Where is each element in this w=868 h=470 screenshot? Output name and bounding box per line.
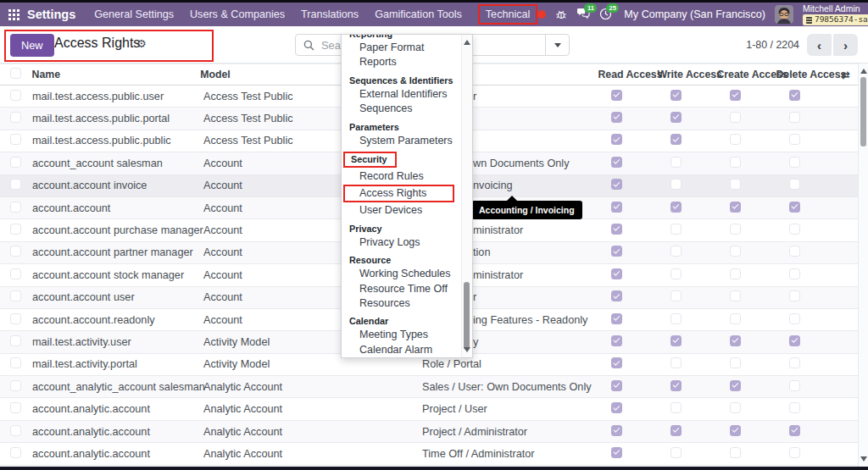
delete-access-checkbox[interactable] bbox=[789, 246, 800, 257]
create-access-checkbox[interactable] bbox=[730, 402, 741, 413]
create-access-checkbox[interactable] bbox=[730, 447, 741, 458]
row-select-checkbox[interactable] bbox=[10, 157, 21, 168]
name-column-header[interactable]: Name bbox=[32, 69, 201, 80]
read-access-checkbox[interactable] bbox=[611, 134, 622, 145]
read-access-checkbox[interactable] bbox=[611, 157, 622, 168]
row-select-checkbox[interactable] bbox=[10, 447, 21, 458]
menu-item-record-rules[interactable]: Record Rules bbox=[342, 169, 462, 184]
create-access-checkbox[interactable] bbox=[730, 357, 741, 368]
create-access-checkbox[interactable] bbox=[730, 179, 741, 190]
row-select-checkbox[interactable] bbox=[10, 335, 21, 346]
table-row[interactable]: account.analytic.accountAnalytic Account… bbox=[0, 421, 858, 443]
table-row[interactable]: account.analytic.accountAnalytic Account… bbox=[0, 443, 858, 465]
page-scrollbar-thumb[interactable] bbox=[860, 77, 866, 147]
table-row[interactable]: account_analytic_account salesmanAnalyti… bbox=[0, 376, 858, 398]
row-select-checkbox[interactable] bbox=[10, 380, 21, 391]
delete-access-checkbox[interactable] bbox=[789, 202, 800, 213]
row-select-checkbox[interactable] bbox=[10, 112, 21, 123]
row-select-checkbox[interactable] bbox=[10, 246, 21, 257]
write-access-checkbox[interactable] bbox=[670, 425, 682, 436]
page-scrollbar[interactable] bbox=[858, 64, 868, 467]
row-select-checkbox[interactable] bbox=[10, 268, 21, 279]
row-select-checkbox[interactable] bbox=[10, 224, 21, 235]
row-select-checkbox[interactable] bbox=[10, 179, 21, 190]
create-access-checkbox[interactable] bbox=[730, 134, 741, 145]
activities-icon[interactable]: 25 bbox=[599, 8, 612, 20]
write-access-checkbox[interactable] bbox=[670, 112, 682, 123]
row-select-checkbox[interactable] bbox=[10, 313, 21, 324]
search-options-toggle[interactable] bbox=[545, 35, 569, 55]
write-access-checkbox[interactable] bbox=[670, 202, 682, 213]
read-access-checkbox[interactable] bbox=[611, 202, 622, 213]
menu-item-access-rights[interactable]: Access Rights bbox=[343, 185, 454, 202]
read-access-checkbox[interactable] bbox=[611, 224, 622, 235]
apps-icon[interactable] bbox=[8, 9, 19, 20]
dropdown-scrollbar[interactable] bbox=[461, 35, 472, 357]
row-select-checkbox[interactable] bbox=[10, 357, 21, 368]
read-access-checkbox[interactable] bbox=[611, 357, 622, 368]
page-scroll-up-icon[interactable] bbox=[860, 69, 867, 74]
read-access-checkbox[interactable] bbox=[611, 268, 622, 279]
delete-access-checkbox[interactable] bbox=[789, 380, 800, 391]
read-access-checkbox[interactable] bbox=[611, 447, 622, 458]
write-access-checkbox[interactable] bbox=[670, 357, 682, 368]
delete-access-checkbox[interactable] bbox=[789, 90, 800, 101]
read-access-checkbox[interactable] bbox=[611, 90, 622, 101]
delete-access-checkbox[interactable] bbox=[789, 134, 800, 145]
write-access-checkbox[interactable] bbox=[670, 380, 682, 391]
menu-item-system-parameters[interactable]: System Parameters bbox=[342, 134, 462, 148]
row-select-checkbox[interactable] bbox=[10, 134, 21, 145]
write-access-checkbox[interactable] bbox=[670, 268, 682, 279]
app-name[interactable]: Settings bbox=[27, 8, 75, 21]
write-access-column-header[interactable]: Write Access bbox=[651, 69, 710, 80]
menu-item-reports[interactable]: Reports bbox=[342, 55, 462, 69]
delete-access-checkbox[interactable] bbox=[789, 335, 800, 346]
nav-item-translations[interactable]: Translations bbox=[301, 8, 359, 20]
menu-item-resource-time-off[interactable]: Resource Time Off bbox=[342, 282, 462, 296]
avatar[interactable] bbox=[775, 5, 793, 24]
row-select-checkbox[interactable] bbox=[10, 402, 21, 413]
delete-access-checkbox[interactable] bbox=[789, 357, 800, 368]
user-menu[interactable]: Mitchell Admin 79856374-saas-18-3-a11 bbox=[803, 3, 868, 25]
sort-adjust-icon[interactable]: ⇄ bbox=[829, 69, 858, 81]
nav-item-users-companies[interactable]: Users & Companies bbox=[190, 8, 285, 20]
scroll-up-icon[interactable] bbox=[464, 40, 470, 45]
write-access-checkbox[interactable] bbox=[670, 90, 682, 101]
bug-icon[interactable] bbox=[555, 8, 567, 20]
create-access-checkbox[interactable] bbox=[730, 202, 741, 213]
scroll-down-icon[interactable] bbox=[464, 347, 470, 352]
read-access-checkbox[interactable] bbox=[611, 402, 622, 413]
write-access-checkbox[interactable] bbox=[670, 224, 682, 235]
create-access-checkbox[interactable] bbox=[730, 246, 741, 257]
select-all-checkbox[interactable] bbox=[10, 68, 21, 79]
create-access-checkbox[interactable] bbox=[730, 335, 741, 346]
delete-access-checkbox[interactable] bbox=[789, 179, 800, 190]
write-access-checkbox[interactable] bbox=[670, 313, 682, 324]
write-access-checkbox[interactable] bbox=[670, 157, 682, 168]
pager-previous-button[interactable]: ‹ bbox=[807, 34, 832, 56]
delete-access-checkbox[interactable] bbox=[789, 112, 800, 123]
row-select-checkbox[interactable] bbox=[10, 90, 21, 101]
create-access-checkbox[interactable] bbox=[730, 224, 741, 235]
read-access-checkbox[interactable] bbox=[611, 335, 622, 346]
create-access-checkbox[interactable] bbox=[730, 268, 741, 279]
read-access-column-header[interactable]: Read Access bbox=[592, 69, 651, 80]
menu-item-external-identifiers[interactable]: External Identifiers bbox=[342, 87, 462, 102]
nav-item-gamification-tools[interactable]: Gamification Tools bbox=[375, 8, 462, 20]
delete-access-checkbox[interactable] bbox=[789, 290, 800, 301]
write-access-checkbox[interactable] bbox=[670, 402, 682, 413]
read-access-checkbox[interactable] bbox=[611, 179, 622, 190]
menu-item-paper-format[interactable]: Paper Format bbox=[342, 41, 462, 55]
row-select-checkbox[interactable] bbox=[10, 290, 21, 301]
delete-access-checkbox[interactable] bbox=[789, 268, 800, 279]
nav-item-technical[interactable]: Technical bbox=[478, 4, 538, 25]
write-access-checkbox[interactable] bbox=[670, 246, 682, 257]
dropdown-scrollbar-thumb[interactable] bbox=[464, 282, 470, 350]
row-select-checkbox[interactable] bbox=[10, 202, 21, 213]
create-access-checkbox[interactable] bbox=[730, 157, 741, 168]
delete-access-checkbox[interactable] bbox=[789, 447, 800, 458]
read-access-checkbox[interactable] bbox=[611, 246, 622, 257]
write-access-checkbox[interactable] bbox=[670, 447, 682, 458]
pager-next-button[interactable]: › bbox=[833, 34, 858, 56]
read-access-checkbox[interactable] bbox=[611, 290, 622, 301]
